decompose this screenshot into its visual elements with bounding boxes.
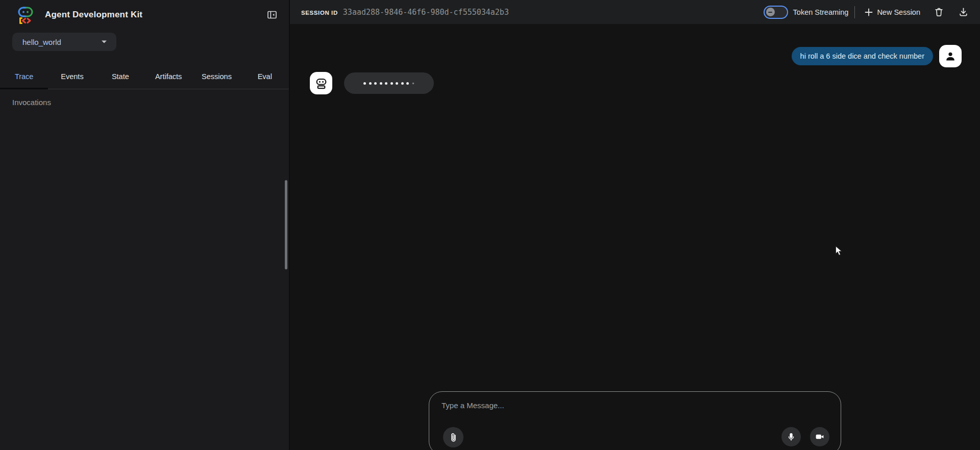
chevron-down-icon	[101, 40, 107, 44]
user-avatar	[939, 45, 962, 67]
attach-file-button[interactable]	[443, 427, 463, 447]
left-panel-close-icon	[266, 9, 278, 20]
microphone-button[interactable]	[781, 427, 801, 446]
adk-logo-icon	[15, 5, 36, 25]
sidebar-tabs: Trace Events State Artifacts Sessions Ev…	[0, 64, 289, 89]
token-streaming-toggle[interactable]: Token Streaming	[764, 6, 849, 19]
trash-icon	[934, 7, 944, 17]
session-id-value: 33aad288-9846-46f6-980d-cf555034a2b3	[343, 8, 509, 17]
app-title: Agent Development Kit	[45, 10, 263, 20]
plus-icon	[864, 8, 873, 17]
header-divider	[854, 6, 855, 18]
tab-events[interactable]: Events	[48, 64, 96, 89]
session-id: SESSION ID 33aad288-9846-46f6-980d-cf555…	[301, 8, 509, 17]
sidebar: Agent Development Kit hello_world Trace …	[0, 0, 290, 450]
video-button[interactable]	[810, 427, 829, 446]
sidebar-scrollbar[interactable]	[285, 180, 287, 269]
bot-typing-indicator	[344, 72, 434, 94]
message-input-container	[429, 391, 841, 450]
delete-session-button[interactable]	[929, 3, 948, 21]
export-session-button[interactable]	[954, 3, 972, 21]
microphone-icon	[786, 432, 796, 442]
toggle-thumb	[766, 8, 775, 16]
download-icon	[958, 7, 969, 17]
invocations-label: Invocations	[12, 98, 289, 107]
tab-sessions[interactable]: Sessions	[192, 64, 240, 89]
chat-area: hi roll a 6 side dice and check number	[290, 45, 980, 450]
user-message-bubble: hi roll a 6 side dice and check number	[792, 47, 933, 65]
tab-eval[interactable]: Eval	[241, 64, 289, 89]
agent-select-dropdown[interactable]: hello_world	[12, 33, 116, 51]
token-streaming-label: Token Streaming	[793, 8, 849, 16]
main-panel: SESSION ID 33aad288-9846-46f6-980d-cf555…	[290, 0, 980, 450]
adk-app-window: Agent Development Kit hello_world Trace …	[0, 0, 980, 450]
videocam-icon	[815, 432, 825, 442]
tab-state[interactable]: State	[96, 64, 144, 89]
new-session-label: New Session	[877, 8, 920, 16]
tab-artifacts[interactable]: Artifacts	[144, 64, 192, 89]
new-session-button[interactable]: New Session	[861, 6, 923, 19]
user-message-row: hi roll a 6 side dice and check number	[290, 45, 980, 67]
session-id-label: SESSION ID	[301, 10, 338, 16]
mouse-cursor	[835, 245, 843, 256]
toggle-switch-icon[interactable]	[764, 6, 788, 19]
paperclip-icon	[448, 432, 459, 443]
session-header: SESSION ID 33aad288-9846-46f6-980d-cf555…	[290, 0, 980, 24]
bot-avatar	[310, 72, 332, 94]
robot-icon	[314, 77, 328, 90]
bot-message-row	[290, 72, 980, 94]
collapse-sidebar-button[interactable]	[263, 6, 281, 23]
header-actions: Token Streaming New Session	[764, 3, 972, 21]
sidebar-header: Agent Development Kit	[0, 0, 289, 30]
person-icon	[944, 49, 957, 63]
tab-trace[interactable]: Trace	[0, 64, 48, 89]
message-input[interactable]	[442, 401, 819, 424]
agent-select-value: hello_world	[22, 38, 101, 46]
